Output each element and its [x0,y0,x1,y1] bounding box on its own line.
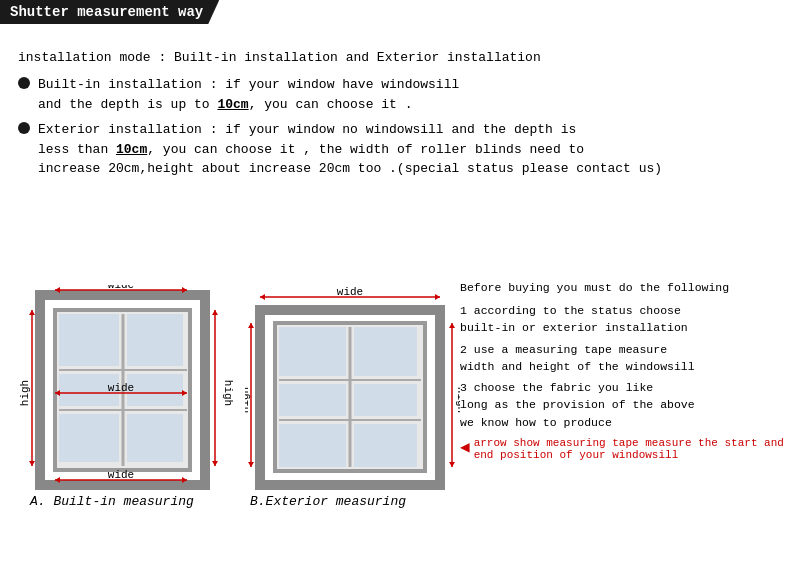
bullet2-pre: less than [38,142,116,157]
svg-rect-6 [127,314,183,366]
svg-marker-48 [248,323,254,328]
svg-text:high: high [245,387,251,413]
svg-rect-41 [279,424,346,467]
svg-marker-28 [212,310,218,315]
title-text: Shutter measurement way [10,4,203,20]
step2-line2: width and height of the windowsill [460,358,795,375]
svg-rect-8 [127,374,183,406]
bullet1-text: Built-in installation : if your window h… [38,75,459,114]
bullet1-pre: and the depth is up to [38,97,217,112]
svg-rect-5 [59,314,119,366]
instructions-panel: Before buying you must do the following … [460,280,795,461]
svg-marker-45 [435,294,440,300]
installation-mode-text: installation mode : Built-in installatio… [18,50,790,65]
svg-text:high: high [222,380,234,406]
bullet1-post: , you can choose it . [249,97,413,112]
step3-line3: we know how to produce [460,414,795,431]
svg-marker-44 [260,294,265,300]
svg-text:high: high [19,380,31,406]
bullet1-row: Built-in installation : if your window h… [18,75,790,114]
step3-line2: long as the provision of the above [460,396,795,413]
svg-text:wide: wide [108,382,134,394]
instructions-intro: Before buying you must do the following [460,280,795,296]
bullet2-post: , you can choose it , the width of rolle… [147,142,584,157]
bullet1-line2: and the depth is up to 10cm, you can cho… [38,95,459,115]
svg-marker-52 [449,323,455,328]
step1-line1: 1 according to the status choose [460,302,795,319]
arrow-note-text: arrow show measuring tape measure the st… [474,437,795,461]
svg-rect-10 [127,414,183,462]
diagram-a: wide wide wide high high A. Built-in mea… [10,285,235,515]
svg-marker-29 [212,461,218,466]
arrow-icon: ◀ [460,437,470,457]
svg-text:wide: wide [108,469,134,481]
step3: 3 choose the fabric you like long as the… [460,379,795,431]
bullet1-line1: Built-in installation : if your window h… [38,75,459,95]
svg-marker-25 [29,461,35,466]
bullet2-line1: Exterior installation : if your window n… [38,120,662,140]
diagram-b: wide high high B.Exterior measuring [245,285,460,515]
bullet2-icon [18,122,30,134]
svg-rect-42 [354,424,417,467]
step2: 2 use a measuring tape measure width and… [460,341,795,376]
bullet2-line3: increase 20cm,height about increase 20cm… [38,159,662,179]
svg-text:wide: wide [108,285,134,291]
svg-marker-24 [29,310,35,315]
title-bar: Shutter measurement way [0,0,219,24]
step1-line2: built-in or exterior installation [460,319,795,336]
svg-marker-49 [248,462,254,467]
bullet1-bold: 10cm [217,97,248,112]
bullet2-line2: less than 10cm, you can choose it , the … [38,140,662,160]
svg-rect-38 [354,327,417,376]
arrow-note: ◀ arrow show measuring tape measure the … [460,437,795,461]
main-content: installation mode : Built-in installatio… [18,50,790,185]
svg-text:B.Exterior measuring: B.Exterior measuring [250,494,406,509]
bullet1-icon [18,77,30,89]
svg-text:A. Built-in measuring: A. Built-in measuring [29,494,194,509]
bullet2-row: Exterior installation : if your window n… [18,120,790,179]
svg-rect-37 [279,327,346,376]
svg-rect-40 [354,384,417,416]
svg-rect-39 [279,384,346,416]
svg-marker-53 [449,462,455,467]
bullet2-bold: 10cm [116,142,147,157]
step1: 1 according to the status choose built-i… [460,302,795,337]
step2-line1: 2 use a measuring tape measure [460,341,795,358]
svg-text:wide: wide [337,286,363,298]
step3-line1: 3 choose the fabric you like [460,379,795,396]
svg-rect-9 [59,414,119,462]
bullet2-text: Exterior installation : if your window n… [38,120,662,179]
intro-text: Before buying you must do the following [460,281,729,294]
